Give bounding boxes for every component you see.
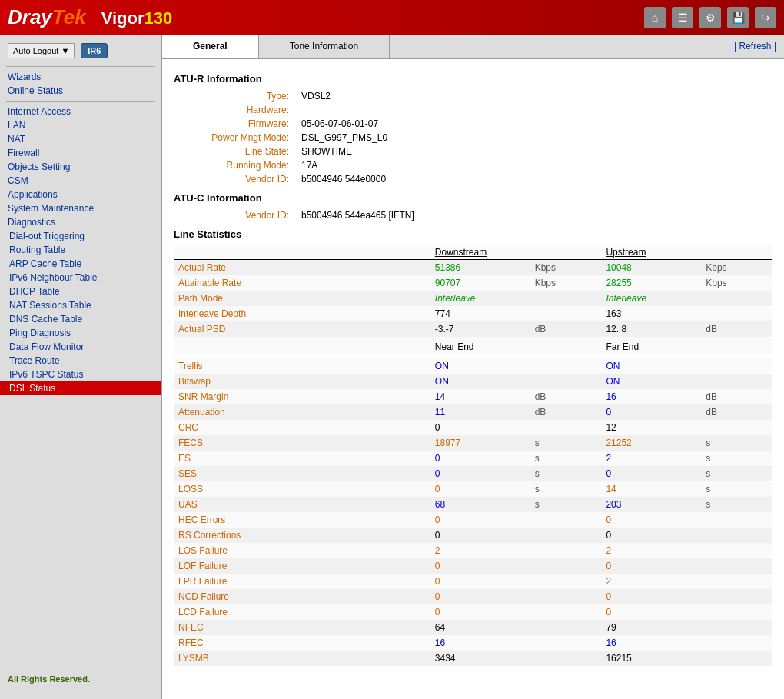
sidebar-item-online-status[interactable]: Online Status <box>0 84 161 98</box>
stat-label: Interleave Depth <box>174 306 430 321</box>
sidebar-item-nat-sessions-table[interactable]: NAT Sessions Table <box>0 298 161 312</box>
col-empty <box>174 337 430 354</box>
stat-ne-unit: s <box>530 466 602 481</box>
stat-fe-unit <box>701 574 772 589</box>
sidebar-item-dns-cache-table[interactable]: DNS Cache Table <box>0 312 161 326</box>
field-label: Running Mode: <box>174 158 297 172</box>
sidebar-item-dhcp-table[interactable]: DHCP Table <box>0 285 161 298</box>
stat-ne-val: 0 <box>430 558 530 574</box>
stat-ne-unit <box>530 374 602 389</box>
stat-label: CRC <box>174 420 430 435</box>
stat-ds-unit <box>530 291 602 306</box>
sidebar-item-objects-setting[interactable]: Objects Setting <box>0 160 161 174</box>
stat-ne-unit: dB <box>530 389 602 404</box>
stat-fe-unit <box>701 651 772 666</box>
stat-ne-val: 0 <box>430 604 530 620</box>
stat-fe-val: 0 <box>601 404 701 420</box>
stat-ne-val: 18977 <box>430 435 530 451</box>
upstream-header: Upstream <box>601 245 772 260</box>
stat-ne-unit <box>530 604 602 620</box>
home-icon[interactable]: ⌂ <box>644 7 666 28</box>
sidebar-item-system-maintenance[interactable]: System Maintenance <box>0 201 161 215</box>
refresh-link[interactable]: Refresh <box>739 41 772 52</box>
sidebar-item-applications[interactable]: Applications <box>0 188 161 201</box>
stat-fe-unit <box>701 558 772 574</box>
list-icon[interactable]: ☰ <box>672 7 693 28</box>
stat-label: UAS <box>174 497 430 512</box>
stat-ds-val: 90707 <box>430 275 530 291</box>
table-row: LCD Failure 0 0 <box>174 604 772 620</box>
header: Dray Tek Vigor 130 ⌂ ☰ ⚙ 💾 ↪ <box>0 0 784 35</box>
table-row: LOSS 0 s 14 s <box>174 481 772 497</box>
sidebar-item-diagnostics[interactable]: Diagnostics <box>0 215 161 229</box>
table-row: Attenuation 11 dB 0 dB <box>174 404 772 420</box>
sidebar-item-lan[interactable]: LAN <box>0 118 161 132</box>
stat-ds-unit: Kbps <box>530 275 602 291</box>
header-icons: ⌂ ☰ ⚙ 💾 ↪ <box>644 7 776 28</box>
atu-r-table: Type: VDSL2 Hardware: Firmware: 05-06-07… <box>174 89 772 186</box>
stat-fe-val: 0 <box>601 604 701 620</box>
stat-fe-unit <box>701 420 772 435</box>
stat-ds-unit <box>530 306 602 321</box>
field-value: 05-06-07-06-01-07 <box>297 117 772 131</box>
field-label: Hardware: <box>174 103 297 117</box>
table-row: Running Mode: 17A <box>174 158 772 172</box>
table-row: RS Corrections 0 0 <box>174 528 772 543</box>
stat-us-val: 10048 <box>601 260 701 276</box>
stat-fe-unit: s <box>701 451 772 466</box>
sidebar-item-ping-diagnosis[interactable]: Ping Diagnosis <box>0 326 161 340</box>
sidebar-item-data-flow-monitor[interactable]: Data Flow Monitor <box>0 340 161 354</box>
settings-icon[interactable]: ⚙ <box>699 7 721 28</box>
stat-ne-unit: s <box>530 451 602 466</box>
table-row: Vendor ID: b5004946 544e0000 <box>174 172 772 186</box>
sidebar-item-nat[interactable]: NAT <box>0 132 161 146</box>
sidebar-item-firewall[interactable]: Firewall <box>0 146 161 160</box>
sidebar-item-dsl-status[interactable]: DSL Status <box>0 381 161 395</box>
stat-fe-unit: dB <box>701 404 772 420</box>
sidebar-item-wizards[interactable]: Wizards <box>0 70 161 84</box>
sidebar-item-arp-cache-table[interactable]: ARP Cache Table <box>0 257 161 271</box>
atu-r-title: ATU-R Information <box>174 73 772 85</box>
stat-ne-val: 0 <box>430 512 530 528</box>
sidebar-item-trace-route[interactable]: Trace Route <box>0 354 161 368</box>
stat-fe-val: 2 <box>601 451 701 466</box>
sidebar-item-dial-out-triggering[interactable]: Dial-out Triggering <box>0 229 161 243</box>
logout-icon[interactable]: ↪ <box>755 7 776 28</box>
sidebar-footer: All Rights Reserved. <box>8 674 90 684</box>
stat-ne-val: 16 <box>430 635 530 651</box>
field-value: VDSL2 <box>297 89 772 103</box>
sidebar-item-ipv6-tspc-status[interactable]: IPv6 TSPC Status <box>0 368 161 381</box>
downstream-header: Downstream <box>430 245 602 260</box>
sidebar-item-routing-table[interactable]: Routing Table <box>0 243 161 257</box>
stat-label: SNR Margin <box>174 389 430 404</box>
stat-label: Actual PSD <box>174 321 430 337</box>
stat-fe-val: 0 <box>601 512 701 528</box>
stat-ds-val: 51386 <box>430 260 530 276</box>
tab-general[interactable]: General <box>162 35 259 58</box>
stat-label: RS Corrections <box>174 528 430 543</box>
stat-ne-val: 0 <box>430 420 530 435</box>
sidebar-item-internet-access[interactable]: Internet Access <box>0 105 161 118</box>
sidebar-item-csm[interactable]: CSM <box>0 174 161 188</box>
stat-ne-unit <box>530 574 602 589</box>
stat-fe-val: 203 <box>601 497 701 512</box>
stat-fe-val: 12 <box>601 420 701 435</box>
stat-label: Attainable Rate <box>174 275 430 291</box>
table-row: UAS 68 s 203 s <box>174 497 772 512</box>
stat-fe-val: 2 <box>601 574 701 589</box>
stat-ne-unit <box>530 620 602 635</box>
logo-tek: Tek <box>52 5 86 29</box>
stat-ds-val: 774 <box>430 306 530 321</box>
table-row: Firmware: 05-06-07-06-01-07 <box>174 117 772 131</box>
tab-tone-information[interactable]: Tone Information <box>259 35 390 58</box>
table-row: Hardware: <box>174 103 772 117</box>
field-value: b5004946 544e0000 <box>297 172 772 186</box>
stat-fe-val: 2 <box>601 543 701 558</box>
stat-label: LOS Failure <box>174 543 430 558</box>
auto-logout-button[interactable]: Auto Logout ▼ <box>8 43 75 58</box>
logo: Dray Tek Vigor 130 <box>8 5 172 29</box>
sidebar-item-ipv6-neighbour-table[interactable]: IPv6 Neighbour Table <box>0 271 161 285</box>
stat-ne-unit: s <box>530 481 602 497</box>
save-icon[interactable]: 💾 <box>727 7 749 28</box>
stat-us-unit <box>701 306 772 321</box>
